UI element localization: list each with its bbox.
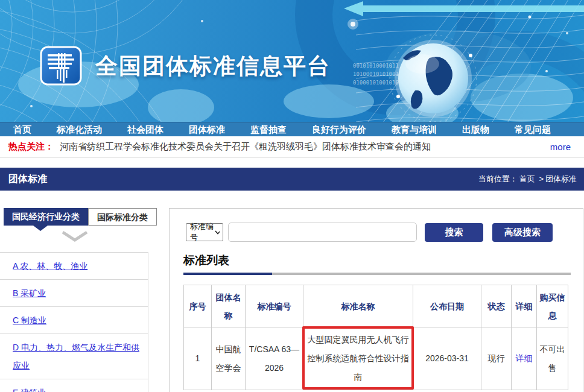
- breadcrumb-location-label: 当前位置：: [478, 174, 518, 183]
- breadcrumb-home-link[interactable]: 首页: [519, 174, 535, 183]
- col-header-date: 公布日期: [413, 285, 481, 327]
- table-header-row: 序号 团体名称 标准编号 标准名称 公布日期 状态 详细 购买信息: [184, 285, 568, 327]
- section-title: 标准列表: [183, 253, 229, 268]
- nav-item-education[interactable]: 教育与培训: [392, 124, 437, 136]
- cell-org: 中国航空学会: [212, 327, 246, 390]
- nav-item-publications[interactable]: 出版物: [462, 124, 489, 136]
- sidebar-item-construction[interactable]: E 建筑业: [0, 379, 148, 392]
- breadcrumb-separator: >: [539, 174, 544, 183]
- nav-item-group-standards[interactable]: 团体标准: [189, 124, 225, 136]
- page-title: 团体标准: [8, 173, 47, 186]
- col-header-detail: 详细: [512, 285, 537, 327]
- content-area: 国民经济行业分类 国际标准分类 A 农、林、牧、渔业 B 采矿业 C 制造业 D…: [0, 191, 584, 392]
- breadcrumb-current-link[interactable]: 团体标准: [545, 174, 577, 183]
- cell-code: T/CSAA 63—2026: [246, 327, 303, 390]
- cell-standard-name: 大型固定翼民用无人机飞行控制系统适航符合性设计指南: [303, 327, 413, 390]
- col-header-name: 标准名称: [303, 285, 413, 327]
- col-header-purchase: 购买信息: [537, 285, 568, 327]
- detail-link[interactable]: 详细: [516, 353, 533, 363]
- tab-national-economy-classification[interactable]: 国民经济行业分类: [4, 208, 88, 226]
- sidebar-item-utilities[interactable]: D 电力、热力、燃气及水生产和供应业: [0, 334, 148, 379]
- search-button[interactable]: 搜索: [425, 223, 483, 242]
- search-field-select-value: 标准编号: [190, 221, 215, 243]
- search-field-select[interactable]: 标准编号: [186, 223, 223, 241]
- cell-purchase: 不可出售: [537, 327, 568, 390]
- site-title: 全国团体标准信息平台: [95, 51, 331, 81]
- sidebar-item-manufacturing[interactable]: C 制造业: [0, 306, 148, 334]
- svg-text:01000101001010: 01000101001010: [353, 80, 399, 86]
- svg-text:10100010101001: 10100010101001: [353, 71, 399, 77]
- hot-topic-label: 热点关注：: [8, 141, 54, 153]
- col-header-seq: 序号: [184, 285, 212, 327]
- sidebar-item-mining[interactable]: B 采矿业: [0, 279, 148, 306]
- cell-detail: 详细: [512, 327, 537, 390]
- hot-topic-link[interactable]: 河南省纺织工程学会标准化技术委员会关于召开《粗洗羽绒羽毛》团体标准技术审查会的通…: [60, 141, 550, 153]
- nav-item-social-groups[interactable]: 社会团体: [127, 124, 163, 136]
- classification-tabs: 国民经济行业分类 国际标准分类: [4, 208, 157, 226]
- standards-table: 序号 团体名称 标准编号 标准名称 公布日期 状态 详细 购买信息 1 中国航空…: [183, 285, 568, 390]
- category-list: A 农、林、牧、渔业 B 采矿业 C 制造业 D 电力、热力、燃气及水生产和供应…: [0, 252, 148, 392]
- spacer: [0, 158, 584, 168]
- standard-name-text: 大型固定翼民用无人机飞行控制系统适航符合性设计指南: [308, 335, 409, 382]
- main-nav: 首页 标准化活动 社会团体 团体标准 监督抽查 良好行为评价 教育与培训 出版物…: [0, 122, 584, 136]
- nav-item-faq[interactable]: 常见问题: [515, 124, 551, 136]
- nav-item-good-conduct[interactable]: 良好行为评价: [312, 124, 366, 136]
- col-header-status: 状态: [481, 285, 512, 327]
- nav-item-supervision[interactable]: 监督抽查: [250, 124, 287, 136]
- hot-topic-bar: 热点关注： 河南省纺织工程学会标准化技术委员会关于召开《粗洗羽绒羽毛》团体标准技…: [0, 136, 584, 158]
- nav-item-home[interactable]: 首页: [13, 124, 31, 136]
- col-header-code: 标准编号: [246, 285, 303, 327]
- col-header-org: 团体名称: [212, 285, 246, 327]
- tab-international-classification[interactable]: 国际标准分类: [88, 208, 157, 226]
- breadcrumb: 当前位置：首页 >团体标准: [477, 174, 577, 185]
- nav-item-standardization-activities[interactable]: 标准化活动: [57, 124, 102, 136]
- breadcrumb-bar: 团体标准 当前位置：首页 >团体标准: [0, 168, 584, 191]
- section-title-rule: [183, 273, 571, 275]
- chevron-down-icon: [215, 230, 220, 235]
- table-row: 1 中国航空学会 T/CSAA 63—2026 大型固定翼民用无人机飞行控制系统…: [184, 327, 568, 390]
- advanced-search-button[interactable]: 高级搜索: [492, 223, 553, 242]
- more-link[interactable]: more: [550, 142, 571, 152]
- standards-panel: 标准编号 搜索 高级搜索 标准列表 序号 团体名称 标准编号 标准名称 公布日期: [169, 208, 583, 392]
- chevron-down-icon: [61, 230, 89, 242]
- active-tab-pointer: [33, 226, 48, 231]
- banner: 00101010001011 10100010101001 0100010100…: [0, 0, 584, 122]
- platform-logo[interactable]: [40, 46, 82, 86]
- search-input[interactable]: [228, 223, 417, 242]
- sidebar-item-agriculture[interactable]: A 农、林、牧、渔业: [0, 252, 148, 279]
- cell-date: 2026-03-31: [413, 327, 481, 390]
- svg-text:00101010001011: 00101010001011: [353, 63, 399, 69]
- cell-status: 现行: [481, 327, 512, 390]
- cell-seq: 1: [184, 327, 212, 390]
